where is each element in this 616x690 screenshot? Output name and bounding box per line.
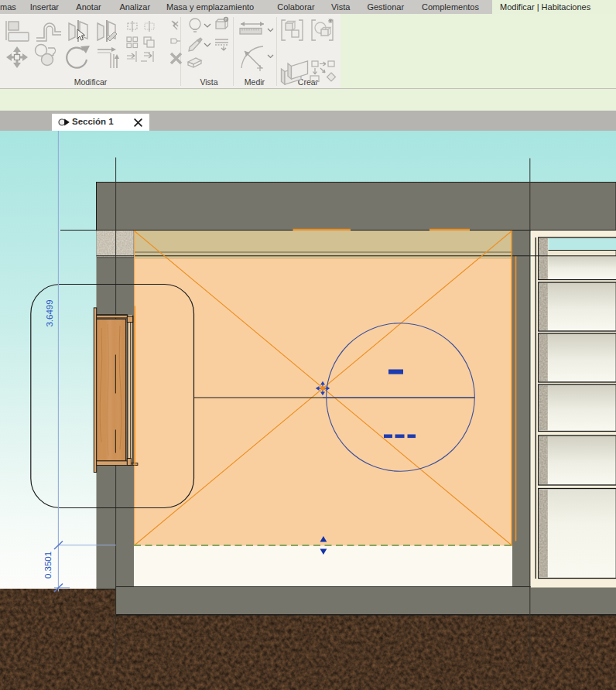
svg-text:0.3501: 0.3501 — [43, 551, 53, 578]
svg-text:3.6499: 3.6499 — [45, 299, 54, 326]
